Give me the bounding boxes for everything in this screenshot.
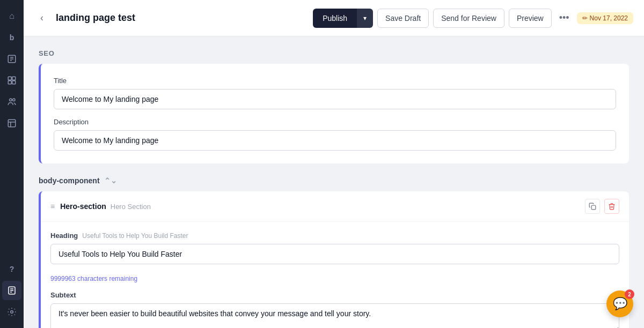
chat-badge: 2 — [625, 289, 634, 299]
pencil-icon: ✏ — [582, 14, 588, 22]
question-icon[interactable]: ? — [2, 259, 21, 279]
body-component-label: body-component ⌃⌄ — [39, 176, 629, 185]
chat-icon: 💬 — [613, 297, 627, 311]
svg-rect-5 — [12, 77, 16, 80]
back-button[interactable]: ‹ — [34, 11, 49, 26]
svg-point-8 — [10, 99, 12, 101]
hero-section-title: Hero-section — [60, 202, 106, 211]
date-badge: ✏ Nov 17, 2022 — [577, 12, 633, 24]
chat-button[interactable]: 💬 2 — [606, 290, 633, 317]
hero-section-card: ≡ Hero-section Hero Section Heading Usef… — [39, 191, 629, 328]
description-input[interactable] — [54, 130, 616, 151]
heading-input[interactable] — [50, 244, 619, 264]
date-value: Nov 17, 2022 — [590, 14, 628, 22]
grid-icon[interactable] — [2, 71, 21, 90]
hero-card-body: Heading Useful Tools to Help You Build F… — [41, 222, 629, 328]
blog-icon[interactable]: b — [2, 28, 21, 47]
heading-field-row: Heading Useful Tools to Help You Build F… — [50, 232, 619, 240]
seo-card: Title Description — [39, 64, 629, 163]
drag-handle-icon[interactable]: ≡ — [50, 202, 55, 211]
svg-point-9 — [13, 99, 16, 101]
svg-rect-7 — [12, 81, 16, 84]
subtext-field-row: Subtext — [50, 291, 619, 299]
hero-section-subtitle: Hero Section — [111, 203, 151, 211]
save-draft-button[interactable]: Save Draft — [377, 9, 429, 28]
preview-button[interactable]: Preview — [509, 9, 552, 28]
seo-section-label: SEO — [39, 49, 629, 57]
publish-button[interactable]: Publish — [313, 9, 357, 28]
heading-label: Heading — [50, 232, 78, 240]
pages-icon[interactable] — [2, 281, 21, 300]
page-title: landing page test — [56, 12, 306, 24]
settings-icon[interactable] — [2, 302, 21, 322]
svg-rect-18 — [591, 205, 596, 210]
svg-point-17 — [11, 311, 13, 314]
sidebar: ⌂ b ? — [0, 0, 24, 328]
sort-icon[interactable]: ⌃⌄ — [104, 176, 117, 185]
home-icon[interactable]: ⌂ — [2, 6, 21, 26]
heading-preview-value: Useful Tools to Help You Build Faster — [82, 232, 188, 240]
send-review-button[interactable]: Send for Review — [433, 9, 504, 28]
svg-rect-10 — [8, 120, 16, 127]
title-input[interactable] — [54, 89, 616, 109]
body-component-title: body-component — [39, 176, 100, 185]
heading-chars-remaining: 9999963 characters remaining — [50, 275, 619, 282]
copy-button[interactable] — [585, 199, 600, 214]
note-icon[interactable] — [2, 49, 21, 69]
more-options-button[interactable]: ••• — [556, 10, 573, 26]
template-icon[interactable] — [2, 114, 21, 133]
delete-button[interactable] — [604, 199, 619, 214]
publish-dropdown-button[interactable]: ▾ — [357, 9, 373, 28]
header-actions: Publish ▾ Save Draft Send for Review Pre… — [313, 9, 633, 28]
main-content: ‹ landing page test Publish ▾ Save Draft… — [24, 0, 644, 328]
publish-button-group: Publish ▾ — [313, 9, 373, 28]
people-icon[interactable] — [2, 92, 21, 111]
hero-card-header: ≡ Hero-section Hero Section — [41, 191, 629, 222]
header: ‹ landing page test Publish ▾ Save Draft… — [24, 0, 644, 36]
subtext-label: Subtext — [50, 291, 76, 299]
subtext-input[interactable]: It's never been easier to build beautifu… — [50, 303, 619, 328]
description-field-label: Description — [54, 118, 616, 126]
content-area: SEO Title Description body-component ⌃⌄ … — [24, 36, 644, 328]
hero-card-actions — [585, 199, 619, 214]
svg-rect-4 — [8, 77, 11, 80]
title-field-label: Title — [54, 77, 616, 85]
svg-rect-6 — [8, 81, 11, 84]
